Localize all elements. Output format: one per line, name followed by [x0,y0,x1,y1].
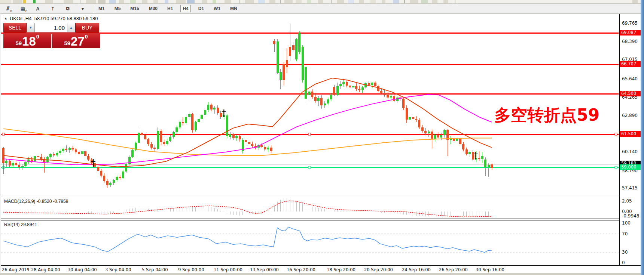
timeframe-button-h4[interactable]: H4 [180,5,190,12]
toolbar-fragment-icon [165,0,168,3]
toolbar-fragment-icon [269,0,275,3]
toolbar-fragment-icon [280,0,281,3]
ma-magenta [3,95,492,165]
buy-price-display[interactable]: 59 27 0 [52,33,100,48]
toolbar-fragment-icon [359,0,364,3]
toolbar-fragment-icon [98,0,106,3]
arrows-tool-icon[interactable]: ⧉ [63,5,73,13]
timeframe-button-m15[interactable]: M15 [128,5,141,12]
pane-divider[interactable] [1,196,641,196]
spin-down-icon: ▼ [29,26,33,30]
timeframe-button-m1[interactable]: M1 [96,5,107,12]
time-axis-label: 5 Sep 04:00 [142,267,168,272]
bull-bear-turning-point-annotation[interactable]: 多空转折点59 [494,104,599,126]
toolbar-fragment-icon [86,0,96,3]
lot-size-input[interactable] [35,23,67,33]
cross-marker-object[interactable]: † [222,108,226,118]
toolbar-fragment-icon [0,0,11,3]
mt4-terminal: ⫻E▦FA⊺⧉▾ M1M5M15M30H1H4D1W1MN ▲UKOil-,H4… [0,0,644,275]
rsi-indicator-label: RSI(14) 29.8941 [4,222,37,227]
toolbar-fragment-icon [33,0,36,3]
fibonacci-tool-icon[interactable]: ▦F [18,5,28,13]
toolbar-fragment-icon [119,0,124,3]
toolbar-fragment-icon [239,0,240,3]
buy-price-prefix: 59 [64,40,70,46]
equidistant-channel-icon[interactable]: ⫻E [3,5,13,13]
rsi-pane[interactable] [1,220,619,265]
rsi-axis-label: 100 [622,220,631,226]
sell-button[interactable]: SELL [3,23,27,33]
timeframe-button-mn[interactable]: MN [228,5,239,12]
toolbar-fragment-icon [258,0,265,3]
toolbar-fragment-icon [370,0,376,3]
line-handle[interactable] [308,166,311,169]
price-axis-label: 60.140 [622,149,638,154]
toolbar-fragment-icon [307,0,311,3]
toolbar-fragment-icon [45,0,53,3]
pane-divider[interactable] [1,219,641,219]
price-axis-label: 57.415 [622,185,638,191]
toolbar-fragment-icon [348,0,354,3]
timeframe-button-h1[interactable]: H1 [165,5,175,12]
toolbar-separator [93,5,93,12]
text-label-tool-icon[interactable]: ⊺ [48,5,58,13]
price-axis-label: 68.390 [622,39,638,44]
toolbar-fragment-icon [331,0,332,3]
time-axis-label: 11 Sep 00:00 [214,267,242,272]
time-axis-label: 18 Sep 20:00 [327,267,355,272]
buy-price-sup: 0 [85,34,88,40]
rsi-axis-label: 0 [622,260,625,265]
buy-price-big: 27 [71,36,85,47]
toolbar-fragment-icon [382,0,385,3]
macd-pane[interactable] [1,197,619,218]
symbol-period-label: UKOil-,H4 [10,16,32,21]
time-axis-label: 30 Aug 04:00 [68,267,97,272]
cross-marker-object[interactable]: † [473,150,478,161]
timeframe-button-w1[interactable]: W1 [211,5,223,12]
toolbar-fragment-icon [432,0,437,3]
price-axis-label: 69.765 [622,21,638,26]
window-bottom-edge [0,273,644,275]
toolbar-fragment-icon [393,0,399,3]
toolbar-fragment-icon [142,0,147,3]
toolbar-fragment-icon [225,0,231,3]
chart-title: ▲UKOil-,H4 58.910 59.270 58.880 59.180 [4,16,98,21]
line-handle[interactable] [615,166,617,169]
sell-price-sup: 0 [36,34,39,40]
time-axis[interactable]: 26 Aug 201928 Aug 04:0030 Aug 04:003 Sep… [1,265,641,273]
price-axis-label: 62.890 [622,113,638,118]
sell-price-display[interactable]: 59 18 0 [3,33,51,48]
timeframe-button-m30[interactable]: M30 [147,5,160,12]
sell-price-big: 18 [22,36,36,47]
toolbar-fragment-icon [296,0,302,3]
price-badge-61.500: 61.500 [620,131,641,137]
toolbar-fragment-icon [632,0,638,3]
time-axis-label: 26 Sep 20:00 [439,267,468,272]
lot-decrease-button[interactable]: ▼ [27,23,35,33]
line-handle[interactable] [615,133,617,135]
collapse-arrow-icon[interactable]: ▲ [4,16,7,20]
price-badge-64.500: 64.500 [620,91,641,96]
timeframe-buttons: M1M5M15M30H1H4D1W1MN [96,5,239,12]
price-axis[interactable] [619,14,641,265]
time-axis-label: 20 Sep 20:00 [364,267,393,272]
cross-marker-object[interactable]: † [91,157,96,168]
macd-indicator-label: MACD(12,26,9) -0.8520 -0.7959 [4,199,68,204]
lot-increase-button[interactable]: ▲ [67,23,75,33]
toolbar-fragment-icon [455,0,455,3]
toolbar-fragment-icon [64,0,73,3]
time-axis-label: 26 Aug 2019 [2,267,30,272]
timeframe-button-d1[interactable]: D1 [196,5,206,12]
dropdown-arrow-icon[interactable]: ▾ [78,5,88,13]
toolbar-fragment-icon [130,0,136,3]
sell-price-prefix: 59 [15,40,22,46]
timeframe-button-m5[interactable]: M5 [112,5,123,12]
rsi-line [3,227,492,253]
chart-window[interactable]: ▲UKOil-,H4 58.910 59.270 58.880 59.180 S… [1,14,641,273]
toolbar-fragment-icon [202,0,207,3]
text-tool-icon[interactable]: A [33,5,43,13]
line-handle[interactable] [2,133,4,135]
toolbar-fragment-icon [421,0,428,3]
buy-button[interactable]: BUY [75,23,99,33]
line-handle[interactable] [308,133,311,135]
